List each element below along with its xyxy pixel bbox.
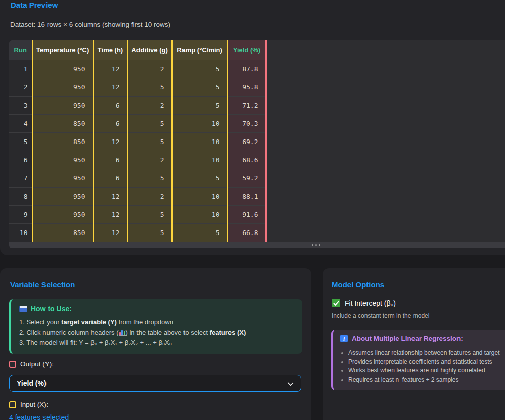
column-header-temperature-c[interactable]: Temperature (°C) [32, 40, 93, 60]
column-header-additive-g[interactable]: Additive (g) [127, 40, 172, 60]
table-cell: 10 [9, 223, 32, 242]
table-cell: 3 [9, 96, 32, 114]
variable-selection-title: Variable Selection [10, 280, 75, 289]
table-cell: 12 [93, 132, 127, 151]
table-cell: 5 [127, 78, 172, 96]
how-to-use-box: How to Use: 1. Select your target variab… [9, 299, 302, 354]
table-cell: 5 [172, 96, 227, 114]
book-icon [19, 306, 27, 312]
chevron-down-icon [287, 380, 293, 386]
table-header-row: RunTemperature (°C)Time (h)Additive (g)R… [9, 40, 266, 60]
table-cell: 12 [93, 205, 127, 223]
table-cell: 59.2 [227, 169, 266, 187]
table-cell: 850 [32, 132, 93, 151]
table-cell: 2 [127, 60, 172, 78]
about-bullet: Requires at least n_features + 2 samples [348, 376, 500, 385]
how-to-use-title: How to Use: [31, 305, 72, 313]
data-table-container: RunTemperature (°C)Time (h)Additive (g)R… [9, 40, 505, 248]
step-text: ) in the table above to select [126, 329, 210, 336]
table-row: 58501251069.2 [9, 132, 266, 151]
table-cell: 950 [32, 60, 93, 78]
column-header-ramp-c-min[interactable]: Ramp (°C/min) [172, 40, 227, 60]
table-cell: 5 [9, 132, 32, 151]
table-cell: 6 [93, 96, 127, 114]
feature-color-swatch [9, 401, 16, 408]
page: Data Preview Dataset: 16 rows × 6 column… [0, 0, 505, 420]
table-cell: 5 [172, 169, 227, 187]
model-options-title: Model Options [332, 280, 384, 289]
step-text: 2. Click numeric column headers ( [19, 329, 119, 336]
column-header-yield[interactable]: Yield (%) [227, 40, 266, 60]
fit-intercept-checkbox[interactable] [332, 299, 340, 307]
table-cell: 950 [32, 205, 93, 223]
table-cell: 950 [32, 78, 93, 96]
dataset-caption: Dataset: 16 rows × 6 columns (showing fi… [10, 21, 170, 28]
table-cell: 5 [127, 169, 172, 187]
about-regression-bullets: Assumes linear relationship between feat… [348, 349, 500, 384]
table-cell: 12 [93, 187, 127, 205]
table-cell: 95.8 [227, 78, 266, 96]
about-regression-title: About Multiple Linear Regression: [352, 335, 463, 342]
about-bullet: Provides interpretable coefficients and … [348, 358, 500, 367]
output-label-row: Output (Y): [9, 360, 54, 368]
column-header-run[interactable]: Run [9, 40, 32, 60]
table-row: 99501251091.6 [9, 205, 266, 223]
how-to-use-step: 1. Select your target variable (Y) from … [19, 317, 246, 328]
input-label-row: Input (X): [9, 401, 49, 408]
table-cell: 4 [9, 114, 32, 132]
table-cell: 68.6 [227, 151, 266, 169]
table-cell: 2 [127, 96, 172, 114]
table-cell: 6 [93, 114, 127, 132]
table-cell: 2 [127, 151, 172, 169]
table-cell: 12 [93, 78, 127, 96]
checkmark-icon [333, 301, 339, 306]
table-cell: 10 [172, 132, 227, 151]
fit-intercept-caption: Include a constant term in the model [332, 312, 429, 319]
table-row: 4850651070.3 [9, 114, 266, 132]
table-cell: 70.3 [227, 114, 266, 132]
table-cell: 12 [93, 60, 127, 78]
column-header-time-h[interactable]: Time (h) [93, 40, 127, 60]
table-cell: 5 [127, 114, 172, 132]
table-cell: 6 [93, 151, 127, 169]
page-title: Data Preview [11, 1, 58, 9]
table-cell: 87.8 [227, 60, 266, 78]
table-cell: 1 [9, 60, 32, 78]
table-scrollbar[interactable] [9, 242, 505, 248]
data-preview-card: Data Preview Dataset: 16 rows × 6 column… [0, 0, 505, 255]
table-cell: 2 [9, 78, 32, 96]
table-cell: 950 [32, 96, 93, 114]
features-selected-status: 4 features selected [9, 413, 69, 420]
about-regression-box: i About Multiple Linear Regression: Assu… [331, 330, 505, 390]
table-cell: 91.6 [227, 205, 266, 223]
about-bullet: Assumes linear relationship between feat… [348, 349, 500, 358]
table-cell: 5 [172, 60, 227, 78]
table-cell: 6 [9, 151, 32, 169]
table-cell: 5 [127, 223, 172, 242]
how-to-use-steps: 1. Select your target variable (Y) from … [19, 317, 246, 348]
input-label: Input (X): [20, 401, 49, 408]
table-row: 6950621068.6 [9, 151, 266, 169]
table-row: 795065559.2 [9, 169, 266, 187]
how-to-use-step: 2. Click numeric column headers () in th… [19, 328, 246, 338]
target-variable-select[interactable]: Yield (%) [9, 375, 301, 392]
how-to-use-heading: How to Use: [19, 305, 72, 313]
table-cell: 10 [172, 114, 227, 132]
table-cell: 12 [93, 223, 127, 242]
step-text: 3. The model will fit: Y = β₀ + β₁X₁ + β… [19, 339, 172, 346]
table-cell: 2 [127, 187, 172, 205]
table-header-row: RunTemperature (°C)Time (h)Additive (g)R… [9, 40, 266, 60]
how-to-use-step: 3. The model will fit: Y = β₀ + β₁X₁ + β… [19, 338, 246, 348]
table-row: 395062571.2 [9, 96, 266, 114]
table-cell: 950 [32, 151, 93, 169]
table-cell: 6 [93, 169, 127, 187]
model-options-card: Model Options Fit Intercept (β₀) Include… [323, 268, 505, 420]
table-cell: 69.2 [227, 132, 266, 151]
table-cell: 9 [9, 205, 32, 223]
table-cell: 10 [172, 151, 227, 169]
resize-handle-icon[interactable] [312, 244, 320, 246]
table-cell: 850 [32, 223, 93, 242]
fit-intercept-row: Fit Intercept (β₀) [332, 299, 396, 307]
table-cell: 10 [172, 205, 227, 223]
table-cell: 950 [32, 187, 93, 205]
